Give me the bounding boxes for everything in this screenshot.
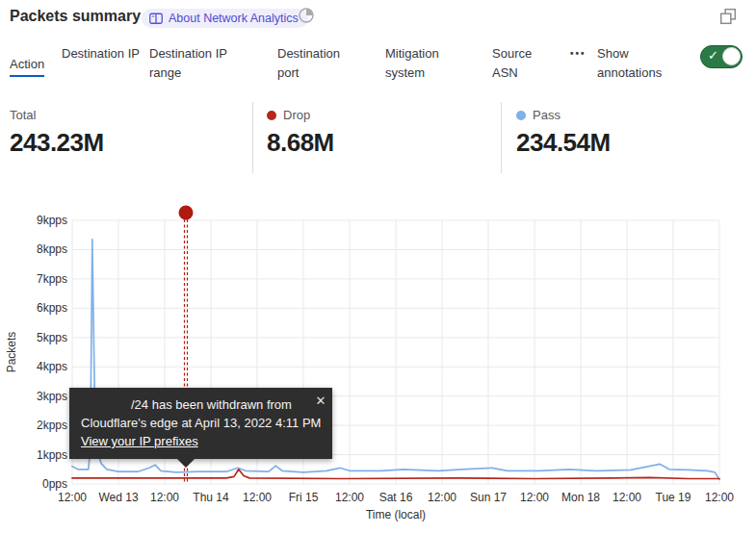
- x-tick-label: Fri 15: [289, 491, 319, 504]
- x-tick-label: Sat 16: [379, 491, 413, 504]
- tab-action[interactable]: Action: [10, 55, 58, 74]
- stat-pass: Pass 234.54M: [516, 108, 611, 158]
- tab-label: Destination IP range: [149, 46, 227, 80]
- stat-total-label: Total: [10, 108, 36, 122]
- y-tick-label: 5kpps: [37, 331, 67, 344]
- annotation-tooltip: /24 has been withdrawn from Cloudflare's…: [69, 388, 332, 459]
- book-icon: [149, 13, 163, 25]
- stat-divider: [252, 102, 253, 173]
- view-ip-prefixes-link[interactable]: View your IP prefixes: [81, 434, 198, 448]
- tab-source-asn[interactable]: Source ASN: [492, 44, 550, 83]
- toggle-check-icon: ✓: [708, 48, 718, 63]
- x-tick-label: 12:00: [335, 491, 364, 504]
- toggle-knob: [722, 47, 741, 65]
- more-tabs-button[interactable]: •••: [570, 48, 591, 59]
- stat-total: Total 243.23M: [10, 108, 104, 158]
- time-period-icon[interactable]: [298, 7, 315, 24]
- y-tick-label: 4kpps: [37, 360, 67, 373]
- tab-destination-ip[interactable]: Destination IP: [62, 44, 143, 64]
- about-badge-label: About Network Analytics: [169, 12, 299, 25]
- x-tick-label: 12:00: [150, 491, 179, 504]
- y-tick-label: 7kpps: [37, 272, 67, 286]
- tooltip-close-icon[interactable]: ✕: [316, 392, 326, 410]
- stat-drop: Drop 8.68M: [267, 108, 334, 158]
- stat-drop-value: 8.68M: [267, 128, 334, 158]
- drop-line: [72, 470, 719, 479]
- about-network-analytics-badge[interactable]: About Network Analytics: [142, 9, 308, 28]
- popout-icon[interactable]: [719, 8, 737, 25]
- stat-pass-label: Pass: [533, 108, 560, 122]
- tab-destination-ip-range[interactable]: Destination IP range: [149, 44, 248, 83]
- x-tick-label: Thu 14: [193, 491, 229, 504]
- drop-legend-dot: [267, 111, 276, 120]
- y-tick-label: 1kpps: [37, 448, 67, 462]
- tooltip-caret: [177, 459, 195, 468]
- tab-label: Mitigation system: [385, 46, 439, 80]
- y-tick-label: 9kpps: [37, 214, 67, 227]
- x-tick-label: Mon 18: [561, 491, 600, 504]
- y-tick-label: 0pps: [42, 477, 67, 491]
- x-tick-label: 12:00: [428, 491, 456, 504]
- tab-mitigation-system[interactable]: Mitigation system: [385, 44, 464, 83]
- y-axis-title: Packets: [5, 332, 18, 373]
- tab-label: Source ASN: [492, 46, 532, 80]
- x-tick-label: 12:00: [243, 491, 272, 504]
- x-tick-label: 12:00: [705, 491, 734, 504]
- stat-divider: [501, 102, 502, 173]
- page-title: Packets summary: [10, 8, 141, 25]
- pass-legend-dot: [516, 111, 526, 120]
- x-tick-label: 12:00: [613, 491, 641, 504]
- x-tick-label: Tue 19: [656, 491, 691, 504]
- y-tick-label: 2kpps: [37, 419, 67, 432]
- tab-label: Destination port: [277, 46, 340, 80]
- x-tick-label: 12:00: [520, 491, 549, 504]
- stat-total-value: 243.23M: [10, 128, 104, 158]
- stat-pass-value: 234.54M: [516, 128, 611, 158]
- stat-drop-label: Drop: [283, 108, 310, 122]
- annotation-marker[interactable]: [179, 206, 194, 220]
- x-tick-label: Wed 13: [98, 491, 138, 504]
- x-axis-title: Time (local): [366, 508, 426, 521]
- tab-destination-port[interactable]: Destination port: [277, 44, 360, 83]
- y-tick-label: 3kpps: [37, 390, 67, 403]
- y-tick-label: 6kpps: [37, 301, 67, 315]
- x-tick-label: Sun 17: [470, 491, 507, 504]
- tooltip-text-line1: /24 has been withdrawn from: [131, 395, 321, 414]
- show-annotations-toggle[interactable]: ✓: [700, 45, 743, 68]
- tab-label: Destination IP: [62, 46, 140, 61]
- tab-label: Action: [10, 57, 44, 77]
- y-tick-label: 8kpps: [37, 242, 67, 256]
- tooltip-text-line2: Cloudflare's edge at April 13, 2022 4:11…: [81, 414, 321, 432]
- x-tick-label: 12:00: [58, 491, 87, 504]
- show-annotations-label: Show annotations: [597, 44, 686, 83]
